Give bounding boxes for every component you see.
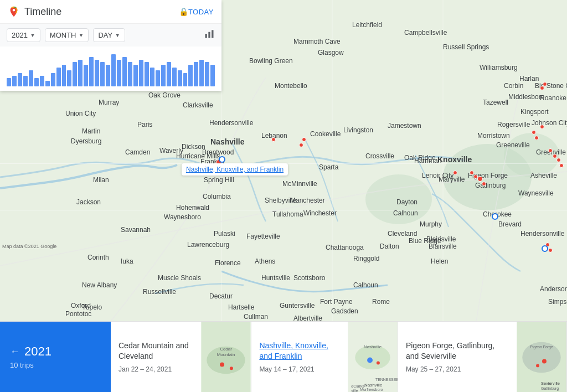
svg-point-21	[367, 357, 373, 363]
chart-bar	[51, 73, 55, 86]
svg-point-31	[542, 359, 547, 363]
trip-name: Cedar Mountain and Cleveland	[118, 341, 193, 360]
period-dropdown[interactable]: MONTH ▼	[45, 28, 89, 42]
year-label: 2021	[24, 344, 51, 359]
svg-text:Mountain: Mountain	[217, 352, 235, 357]
chart-bar	[128, 62, 132, 86]
visited-location-dot	[543, 82, 547, 86]
location-marker	[542, 245, 548, 252]
trip-thumbnail: Pigeon Forge Sevierville Gatlinburg	[517, 322, 566, 392]
svg-text:Nashville: Nashville	[364, 383, 383, 388]
chart-bar	[78, 60, 83, 86]
visited-location-dot	[299, 143, 303, 147]
chart-bar	[62, 65, 66, 86]
chart-bar	[29, 70, 33, 86]
chart-bar	[161, 65, 166, 86]
svg-text:Sevierville: Sevierville	[541, 381, 560, 386]
trip-name[interactable]: Nashville, Knoxville, and Franklin	[259, 341, 340, 360]
svg-point-32	[536, 364, 539, 367]
chart-bar	[100, 62, 105, 86]
visited-location-dot	[271, 137, 276, 142]
visited-location-dot	[559, 163, 564, 168]
visited-location-dot	[553, 154, 557, 158]
visited-location-dot	[470, 171, 474, 175]
svg-point-22	[377, 361, 380, 364]
chart-bar	[194, 62, 198, 86]
day-dropdown[interactable]: DAY ▼	[93, 28, 125, 42]
chart-bar	[205, 62, 209, 86]
svg-text:ville: ville	[351, 389, 358, 392]
map-attribution: Map data ©2021 Google	[2, 244, 56, 249]
visited-location-dot	[548, 148, 553, 153]
chart-bar	[84, 65, 88, 86]
visited-location-dot	[302, 137, 306, 142]
filter-bar: 2021 ▼ MONTH ▼ DAY ▼	[0, 24, 221, 47]
chart-bar	[7, 78, 11, 86]
chart-bar	[117, 60, 121, 86]
chart-bar	[183, 73, 188, 86]
trip-card[interactable]: Nashville, Knoxville, and FranklinMay 14…	[251, 322, 398, 392]
svg-text:Pigeon Forge: Pigeon Forge	[530, 345, 553, 349]
svg-text:Murfreesboro: Murfreesboro	[360, 388, 383, 391]
trips-count: 10 trips	[10, 361, 101, 369]
day-value: DAY	[98, 31, 112, 39]
visited-location-dot	[548, 248, 553, 252]
visited-location-dot	[482, 182, 486, 186]
visited-location-dot	[477, 176, 483, 182]
trip-card[interactable]: Cedar Mountain and ClevelandJan 22 – 24,…	[111, 322, 251, 392]
chart-bar	[18, 73, 22, 86]
chart-bar	[56, 68, 61, 86]
trip-card[interactable]: Pigeon Forge, Gatlinburg, and Seviervill…	[398, 322, 567, 392]
chart-bar	[73, 62, 77, 86]
svg-point-3	[365, 174, 432, 224]
visited-location-dot	[556, 158, 561, 162]
location-marker	[492, 213, 498, 220]
chart-bar	[34, 78, 39, 86]
chart-bar	[156, 70, 160, 86]
visited-location-dot	[540, 125, 544, 129]
svg-point-16	[220, 362, 224, 367]
svg-text:Gatlinburg: Gatlinburg	[541, 386, 559, 391]
chart-bar	[122, 57, 127, 86]
timeline-title: Timeline	[24, 6, 174, 18]
trip-date: May 25 – 27, 2021	[406, 365, 509, 373]
back-button[interactable]: ←	[10, 346, 20, 358]
trip-cards: Cedar Mountain and ClevelandJan 22 – 24,…	[111, 322, 567, 392]
visited-location-dot	[532, 130, 536, 135]
visited-location-dot	[534, 136, 539, 140]
chart-bar	[45, 81, 50, 86]
chart-bar	[188, 65, 193, 86]
chart-bar	[172, 68, 177, 86]
chart-bar	[167, 62, 171, 86]
visited-location-dot	[540, 86, 544, 90]
chart-bar	[199, 60, 204, 86]
trip-name: Pigeon Forge, Gatlinburg, and Seviervill…	[406, 341, 509, 360]
chart-bar	[145, 62, 149, 86]
year-chevron-icon: ▼	[30, 32, 35, 38]
chart-bar	[89, 57, 94, 86]
chart-bar	[150, 68, 154, 86]
location-tooltip[interactable]: Nashville, Knoxville, and Franklin	[182, 163, 288, 176]
lock-icon: 🔒	[179, 7, 188, 16]
day-chevron-icon: ▼	[115, 32, 120, 38]
activity-chart	[0, 47, 221, 91]
location-marker	[219, 156, 225, 163]
year-nav: ← 2021 10 trips	[0, 322, 111, 392]
chart-bar	[12, 76, 17, 86]
chart-bar	[133, 65, 138, 86]
chart-bar	[139, 60, 143, 86]
chart-bar	[67, 70, 71, 86]
chart-bar	[40, 76, 44, 86]
today-button[interactable]: TODAY	[188, 8, 214, 16]
chart-toggle-button[interactable]	[204, 28, 215, 42]
chart-bar	[95, 60, 99, 86]
svg-text:TENNESSEE: TENNESSEE	[375, 378, 398, 381]
svg-text:Nashville: Nashville	[364, 344, 382, 349]
svg-text:Cedar: Cedar	[220, 347, 233, 352]
svg-point-2	[504, 133, 559, 177]
period-chevron-icon: ▼	[79, 32, 84, 38]
timeline-panel: Timeline 🔒 TODAY 2021 ▼ MONTH ▼ DAY ▼	[0, 0, 221, 91]
chart-bar	[106, 65, 110, 86]
year-value: 2021	[12, 31, 28, 39]
year-dropdown[interactable]: 2021 ▼	[7, 28, 40, 42]
